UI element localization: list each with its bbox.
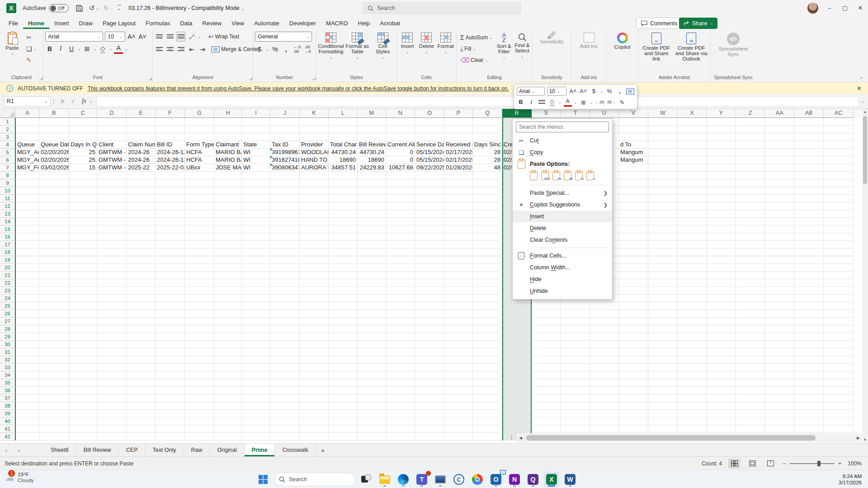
cell-L32[interactable]: [329, 356, 358, 364]
scrollbar-kebab-icon[interactable]: ⋮: [509, 434, 514, 441]
cell-C41[interactable]: [69, 425, 97, 433]
cell-M35[interactable]: [358, 379, 386, 387]
cell-D9[interactable]: [97, 179, 127, 187]
cell-AC18[interactable]: [824, 249, 854, 256]
cell-Y24[interactable]: [707, 295, 736, 302]
cell-AC40[interactable]: [824, 418, 854, 425]
cell-O17[interactable]: [415, 241, 444, 249]
cell-D6[interactable]: GMTWM -: [97, 156, 127, 164]
cell-V16[interactable]: [619, 233, 648, 241]
column-header-L[interactable]: L: [329, 109, 358, 118]
cell-I34[interactable]: [242, 371, 270, 379]
cell-W28[interactable]: [648, 325, 678, 333]
cell-I3[interactable]: [242, 133, 270, 141]
cell-Y22[interactable]: [707, 279, 736, 287]
cell-C26[interactable]: [69, 310, 97, 318]
cell-V41[interactable]: [619, 425, 648, 433]
cell-S38[interactable]: [532, 402, 561, 410]
row-header-5[interactable]: 5: [0, 149, 16, 156]
cell-U36[interactable]: [590, 387, 619, 394]
cell-L42[interactable]: [329, 433, 358, 441]
taskbar-remote-desktop-icon[interactable]: [433, 472, 448, 487]
cell-Y16[interactable]: [707, 233, 736, 241]
cell-O12[interactable]: [415, 202, 444, 210]
clear-button[interactable]: ⌫Clear⌄: [458, 55, 494, 65]
cell-A32[interactable]: [16, 356, 39, 364]
cell-I13[interactable]: [242, 210, 270, 218]
cell-P12[interactable]: [444, 202, 473, 210]
cell-W6[interactable]: [648, 156, 678, 164]
cell-Z34[interactable]: [736, 371, 765, 379]
cell-B11[interactable]: [39, 195, 69, 202]
cell-N38[interactable]: [386, 402, 415, 410]
cell-AB29[interactable]: [794, 333, 824, 341]
cell-B28[interactable]: [39, 325, 69, 333]
ribbon-tab-home[interactable]: Home: [23, 18, 49, 29]
zoom-slider[interactable]: − +: [783, 460, 841, 467]
cell-P26[interactable]: [444, 310, 473, 318]
cell-AB5[interactable]: [794, 149, 824, 156]
cell-X35[interactable]: [678, 379, 707, 387]
cell-J23[interactable]: [270, 287, 300, 295]
cell-R34[interactable]: [502, 371, 532, 379]
autosum-button[interactable]: ΣAutoSum⌄: [458, 33, 494, 42]
cell-Y12[interactable]: [707, 202, 736, 210]
cell-E28[interactable]: [127, 325, 156, 333]
cell-Y40[interactable]: [707, 418, 736, 425]
cell-C38[interactable]: [69, 402, 97, 410]
cell-AB7[interactable]: [794, 164, 824, 172]
cell-L4[interactable]: Total Char: [329, 141, 358, 149]
cell-AC36[interactable]: [824, 387, 854, 394]
mini-accounting-chevron-icon[interactable]: ⌄: [600, 89, 603, 94]
cell-N41[interactable]: [386, 425, 415, 433]
cell-N9[interactable]: [386, 179, 415, 187]
cell-F18[interactable]: [156, 249, 185, 256]
cell-N6[interactable]: 0: [386, 156, 415, 164]
cell-J4[interactable]: Tax ID: [270, 141, 300, 149]
cell-P23[interactable]: [444, 287, 473, 295]
cell-AC19[interactable]: [824, 256, 854, 264]
cell-F37[interactable]: [156, 394, 185, 402]
cell-H27[interactable]: [214, 318, 242, 325]
cell-D36[interactable]: [97, 387, 127, 394]
cell-M15[interactable]: [358, 225, 386, 233]
cell-P18[interactable]: [444, 249, 473, 256]
cell-AA25[interactable]: [765, 302, 794, 310]
cell-G29[interactable]: [185, 333, 214, 341]
cell-Y30[interactable]: [707, 341, 736, 348]
cell-H21[interactable]: [214, 272, 242, 279]
cell-O16[interactable]: [415, 233, 444, 241]
cell-F23[interactable]: [156, 287, 185, 295]
cell-H17[interactable]: [214, 241, 242, 249]
cell-L8[interactable]: [329, 172, 358, 179]
cell-D25[interactable]: [97, 302, 127, 310]
copy-button[interactable]: ❏⌄: [24, 44, 38, 54]
cell-K18[interactable]: [300, 249, 329, 256]
cell-T26[interactable]: [561, 310, 590, 318]
column-header-Q[interactable]: Q: [473, 109, 502, 118]
cell-I14[interactable]: [242, 218, 270, 225]
cell-Q14[interactable]: [473, 218, 502, 225]
cell-O32[interactable]: [415, 356, 444, 364]
cell-B25[interactable]: [39, 302, 69, 310]
cell-C22[interactable]: [69, 279, 97, 287]
taskbar-weather-widget[interactable]: ☁1 19°F Cloudy: [5, 472, 34, 483]
cell-N12[interactable]: [386, 202, 415, 210]
cell-A24[interactable]: [16, 295, 39, 302]
quick-access-more-icon[interactable]: ⌄: [117, 5, 121, 11]
ribbon-tab-page-layout[interactable]: Page Layout: [98, 18, 141, 29]
cell-R26[interactable]: [502, 310, 532, 318]
cell-M1[interactable]: [358, 118, 386, 126]
cell-Y10[interactable]: [707, 187, 736, 195]
cell-E5[interactable]: 2024-26: [127, 149, 156, 156]
cell-AA32[interactable]: [765, 356, 794, 364]
cell-K4[interactable]: Provider: [300, 141, 329, 149]
cell-B33[interactable]: [39, 364, 69, 371]
cell-C19[interactable]: [69, 256, 97, 264]
taskbar-chrome-icon[interactable]: [470, 472, 485, 487]
cell-L9[interactable]: [329, 179, 358, 187]
cell-C25[interactable]: [69, 302, 97, 310]
cell-P28[interactable]: [444, 325, 473, 333]
cell-I7[interactable]: WI: [242, 164, 270, 172]
cell-V5[interactable]: Mangum: [619, 149, 648, 156]
